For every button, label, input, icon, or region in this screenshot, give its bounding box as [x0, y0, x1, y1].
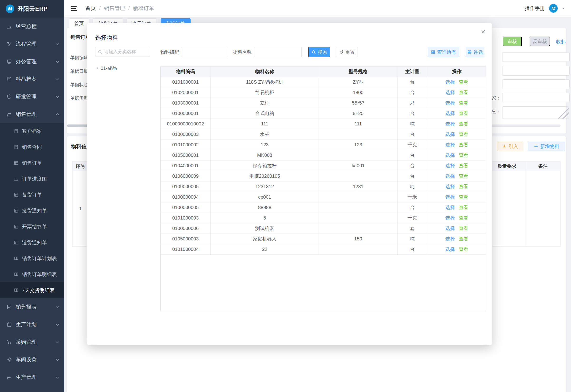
- multi-select-button[interactable]: 连选: [466, 47, 484, 57]
- tree-node-finished-goods[interactable]: 01-成品: [97, 64, 117, 72]
- sidebar-item-8[interactable]: 采购管理: [0, 333, 64, 351]
- material-option-row: 01010000035千克选择查看: [161, 213, 486, 223]
- sidebar-item-10[interactable]: 生产管理: [0, 368, 64, 386]
- breadcrumb-home[interactable]: 首页: [85, 5, 96, 12]
- sidebar-subitem-6[interactable]: 开票结算单: [0, 219, 64, 235]
- view-link[interactable]: 查看: [459, 183, 468, 190]
- sidebar-subitem-10[interactable]: 7天交货明细表: [0, 282, 64, 298]
- manual-link[interactable]: 操作手册: [525, 5, 545, 12]
- collapse-link[interactable]: 收起: [556, 39, 566, 45]
- material-unit-cell: 千克: [398, 213, 427, 223]
- sidebar-subitem-0[interactable]: 客户档案: [0, 123, 64, 139]
- menu-toggle-icon[interactable]: [71, 6, 77, 11]
- sidebar-item-4[interactable]: 研发管理: [0, 88, 64, 105]
- material-name-cell: MK008: [210, 150, 319, 160]
- view-link[interactable]: 查看: [459, 100, 468, 106]
- view-link[interactable]: 查看: [459, 215, 468, 221]
- material-unit-cell: 只: [398, 98, 427, 108]
- user-menu-caret-icon[interactable]: [562, 8, 565, 9]
- select-link[interactable]: 选择: [445, 121, 455, 127]
- sidebar-item-0[interactable]: 经营总控: [0, 18, 64, 35]
- sidebar-item-9[interactable]: 车间设置: [0, 351, 64, 368]
- view-link[interactable]: 查看: [459, 194, 468, 200]
- reset-button[interactable]: 重置: [336, 47, 358, 57]
- view-link[interactable]: 查看: [459, 236, 468, 242]
- material-spec-cell: ZY型: [319, 77, 398, 87]
- select-link[interactable]: 选择: [445, 183, 455, 190]
- material-spec-cell: 8+25: [319, 108, 398, 119]
- select-link[interactable]: 选择: [445, 194, 455, 200]
- breadcrumb-sales[interactable]: 销售管理: [104, 5, 125, 12]
- select-link[interactable]: 选择: [445, 152, 455, 158]
- view-link[interactable]: 查看: [459, 79, 468, 85]
- sidebar-subitem-8[interactable]: 销售订单计划表: [0, 251, 64, 266]
- sidebar-item-7[interactable]: 生产计划: [0, 316, 64, 333]
- sidebar-subitem-2[interactable]: 销售订单: [0, 155, 64, 171]
- category-search-input[interactable]: [104, 49, 147, 55]
- material-option-row: 0105000003家庭机器人150吨选择查看: [161, 234, 486, 244]
- select-link[interactable]: 选择: [445, 131, 455, 138]
- material-code-cell: 0101000001: [161, 77, 210, 87]
- query-all-button[interactable]: 查询所有: [428, 47, 459, 57]
- select-link[interactable]: 选择: [445, 236, 455, 242]
- sidebar-subitem-4[interactable]: 备货订单: [0, 187, 64, 203]
- sidebar-item-1[interactable]: 流程管理: [0, 35, 64, 53]
- select-link[interactable]: 选择: [445, 173, 455, 179]
- sidebar-subitem-9[interactable]: 销售订单明细表: [0, 266, 64, 282]
- select-link[interactable]: 选择: [445, 89, 455, 96]
- sidebar-item-11[interactable]: 委外管理: [0, 386, 64, 392]
- sidebar-item-3[interactable]: 料品档案: [0, 70, 64, 88]
- select-link[interactable]: 选择: [445, 215, 455, 221]
- column-header-3: 主计量: [398, 67, 427, 77]
- sidebar-subitem-7[interactable]: 退货通知单: [0, 235, 64, 251]
- select-link[interactable]: 选择: [445, 110, 455, 117]
- select-link[interactable]: 选择: [445, 163, 455, 169]
- material-name-cell: 保存箱拉杆: [210, 161, 319, 171]
- view-link[interactable]: 查看: [459, 152, 468, 158]
- sidebar-subitem-5[interactable]: 发货通知单: [0, 203, 64, 219]
- view-link[interactable]: 查看: [459, 173, 468, 179]
- user-avatar[interactable]: M: [549, 4, 558, 13]
- view-link[interactable]: 查看: [459, 121, 468, 127]
- view-link[interactable]: 查看: [459, 131, 468, 138]
- sidebar-subitem-1[interactable]: 销售合同: [0, 139, 64, 155]
- search-button[interactable]: 搜索: [308, 47, 330, 57]
- material-name-input[interactable]: [254, 47, 302, 57]
- right-field-2-input[interactable]: [502, 66, 570, 76]
- select-link[interactable]: 选择: [445, 246, 455, 252]
- remark-textarea[interactable]: [502, 106, 569, 119]
- view-link[interactable]: 查看: [459, 204, 468, 211]
- close-icon[interactable]: ×: [481, 28, 485, 35]
- add-material-button[interactable]: 新增物料: [528, 141, 565, 151]
- select-link[interactable]: 选择: [445, 100, 455, 106]
- right-field-1-input[interactable]: [502, 52, 570, 62]
- view-link[interactable]: 查看: [459, 110, 468, 117]
- select-link[interactable]: 选择: [445, 141, 455, 148]
- chevron-down-icon: [56, 59, 60, 63]
- select-link[interactable]: 选择: [445, 79, 455, 85]
- view-link[interactable]: 查看: [459, 246, 468, 252]
- view-link[interactable]: 查看: [459, 163, 468, 169]
- sidebar-item-5[interactable]: 销售管理: [0, 105, 64, 123]
- import-button[interactable]: 引入: [497, 141, 523, 151]
- view-link[interactable]: 查看: [459, 225, 468, 232]
- manufacturer-input[interactable]: [502, 93, 570, 102]
- unaudit-button[interactable]: 反审核: [530, 37, 550, 46]
- breadcrumb-current: 新增订单: [133, 5, 154, 12]
- right-field-3-input[interactable]: [502, 79, 570, 89]
- sidebar-subitem-3[interactable]: 订单进度图: [0, 171, 64, 187]
- sidebar-item-6[interactable]: 销售报表: [0, 298, 64, 316]
- view-link[interactable]: 查看: [459, 89, 468, 96]
- select-link[interactable]: 选择: [445, 204, 455, 211]
- tab-0[interactable]: 首页: [69, 18, 89, 29]
- material-code-cell: 0101000004: [161, 244, 210, 254]
- material-code-input[interactable]: [181, 47, 228, 57]
- sidebar-item-2[interactable]: 办公管理: [0, 53, 64, 70]
- material-name-cell: 家庭机器人: [210, 234, 319, 244]
- sidebar-item-label: 流程管理: [16, 40, 37, 47]
- row-index-cell: 1: [73, 171, 89, 246]
- brand-icon: M: [6, 4, 14, 13]
- select-link[interactable]: 选择: [445, 225, 455, 232]
- audit-button[interactable]: 审核: [503, 37, 522, 46]
- view-link[interactable]: 查看: [459, 141, 468, 148]
